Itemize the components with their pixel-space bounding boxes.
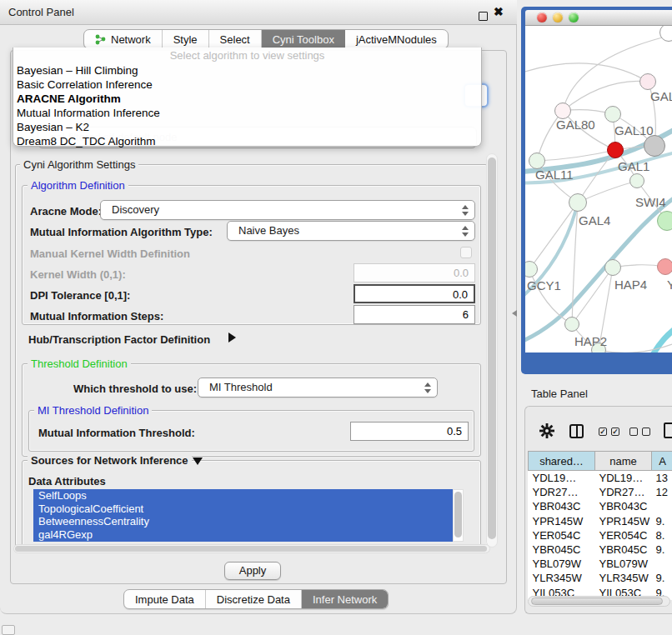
checkbox-unchecked-icon[interactable] [629,428,638,436]
table-row[interactable]: YLR345WYLR345W9. [529,571,672,585]
list-item[interactable]: BetweennessCentrality [33,515,464,528]
kernel-width-field[interactable]: 0.0 [354,263,475,282]
list-scrollbar-thumb[interactable] [454,492,462,538]
mi-algorithm-type-combo[interactable]: Naive Bayes [227,221,475,241]
network-node[interactable] [644,135,665,157]
minimized-palette-icon[interactable] [2,625,15,635]
tab-cyni-toolbox[interactable]: Cyni Toolbox [262,30,345,48]
network-node[interactable] [604,106,621,122]
cell[interactable]: YPR145W [595,514,652,528]
cell[interactable]: YBL079W [595,557,652,571]
splitter-handle-icon[interactable] [512,310,517,317]
apply-button[interactable]: Apply [224,562,281,580]
tab-impute-data[interactable]: Impute Data [124,590,206,608]
network-view-window[interactable]: GAL GAL80 GAL10 GAL1 GAL11 SWI4 GAL4 GCY… [521,7,672,374]
zoom-traffic-light-icon[interactable] [569,12,579,22]
cell[interactable]: 9. [652,542,672,557]
expand-arrow-icon[interactable] [193,458,203,465]
tab-network[interactable]: Network [84,30,163,48]
tab-style[interactable]: Style [163,30,209,48]
algorithm-option[interactable]: Mutual Information Inference [13,106,481,120]
close-icon[interactable]: ✖ [494,5,504,18]
mi-threshold-field[interactable]: 0.5 [350,422,469,441]
network-node[interactable] [629,173,644,188]
cell[interactable]: 8. [652,528,672,542]
collapse-arrow-icon[interactable] [228,332,236,342]
network-node[interactable] [529,152,545,169]
which-threshold-combo[interactable]: MI Threshold [198,378,438,398]
column-header-partial[interactable]: A [652,452,672,471]
network-node[interactable] [554,102,571,119]
tab-select[interactable]: Select [209,30,262,48]
table-row[interactable]: YBR045CYBR045C9. [529,542,672,557]
cell[interactable]: YBL079W [529,557,595,571]
settings-hscrollbar-thumb[interactable] [15,546,487,552]
network-node[interactable] [564,317,579,332]
cell[interactable]: YBR045C [595,542,652,557]
tab-discretize-data[interactable]: Discretize Data [206,590,302,608]
checkbox-checked-icon[interactable]: ✓ [611,428,619,436]
list-item[interactable]: gal4RGexp [33,528,464,542]
table-row[interactable]: YBL079WYBL079W [529,557,672,571]
gear-icon[interactable] [539,423,554,438]
cell[interactable] [652,557,672,571]
algorithm-option[interactable]: Dream8 DC_TDC Algorithm [13,134,481,148]
cell[interactable]: YER054C [595,528,652,542]
data-attributes-list[interactable]: SelfLoops TopologicalCoefficient Between… [33,489,464,542]
table-row[interactable]: YBR043CYBR043C [529,499,672,513]
mi-steps-field[interactable]: 6 [354,305,475,324]
close-traffic-light-icon[interactable] [537,12,547,22]
aracne-mode-combo[interactable]: Discovery [100,200,475,220]
network-node[interactable] [639,73,656,90]
cell[interactable]: 9. [652,571,672,585]
cell[interactable]: YLR345W [595,571,652,585]
cell[interactable]: YLR345W [529,571,595,585]
node-label: GAL4 [579,213,610,228]
network-window-titlebar[interactable] [525,10,672,26]
network-node[interactable] [604,259,621,276]
cell[interactable]: 12 [652,485,672,499]
file-icon[interactable] [664,422,672,438]
cell[interactable]: YDR27… [595,485,652,499]
algorithm-option[interactable]: Basic Correlation Inference [13,78,481,92]
network-node[interactable] [569,193,587,212]
float-window-icon[interactable] [479,12,488,21]
table-row[interactable]: YDR27…YDR27…12 [529,485,672,499]
network-node[interactable] [657,258,672,275]
checkbox-checked-icon[interactable]: ✓ [599,428,607,436]
table-row[interactable]: YER054CYER054C8. [529,528,672,542]
cell[interactable]: YDL19… [529,471,595,486]
table-row[interactable]: YDL19…YDL19…13 [529,471,672,486]
table-hscrollbar-thumb[interactable] [531,598,663,605]
checkbox-unchecked-icon[interactable] [642,428,650,436]
column-header-name[interactable]: name [595,452,652,471]
network-canvas[interactable]: GAL GAL80 GAL10 GAL1 GAL11 SWI4 GAL4 GCY… [525,26,672,352]
algorithm-option-selected[interactable]: ARACNE Algorithm [13,92,481,106]
manual-kernel-width-checkbox[interactable] [460,247,472,258]
list-item[interactable]: TopologicalCoefficient [33,502,464,516]
table-row[interactable]: YPR145WYPR145W9. [529,514,672,528]
cell[interactable]: YBR043C [595,499,652,513]
cell[interactable]: 13 [652,471,672,486]
dpi-tolerance-field[interactable]: 0.0 [354,284,475,303]
cell[interactable]: YBR045C [529,542,595,557]
network-node[interactable] [607,142,624,158]
network-node[interactable] [657,211,672,231]
algorithm-option[interactable]: Bayesian – Hill Climbing [13,63,481,78]
tab-infer-network[interactable]: Infer Network [302,590,388,608]
cell[interactable]: YER054C [529,528,595,542]
cell[interactable]: YDL19… [595,471,652,486]
cell[interactable]: 9. [652,514,672,528]
cell[interactable]: YDR27… [529,485,595,499]
cell[interactable] [652,499,672,513]
settings-vscrollbar-thumb[interactable] [488,158,496,539]
column-header-shared-name[interactable]: shared… [529,452,595,471]
minimize-traffic-light-icon[interactable] [553,12,563,22]
cell[interactable]: YBR043C [529,499,595,513]
data-attributes-label: Data Attributes [28,475,106,488]
tab-jactivemnodules[interactable]: jActiveMNodules [345,30,448,48]
columns-icon[interactable] [569,424,584,438]
cell[interactable]: YPR145W [529,514,595,528]
algorithm-option[interactable]: Bayesian – K2 [13,120,481,134]
list-item[interactable]: SelfLoops [33,489,464,502]
